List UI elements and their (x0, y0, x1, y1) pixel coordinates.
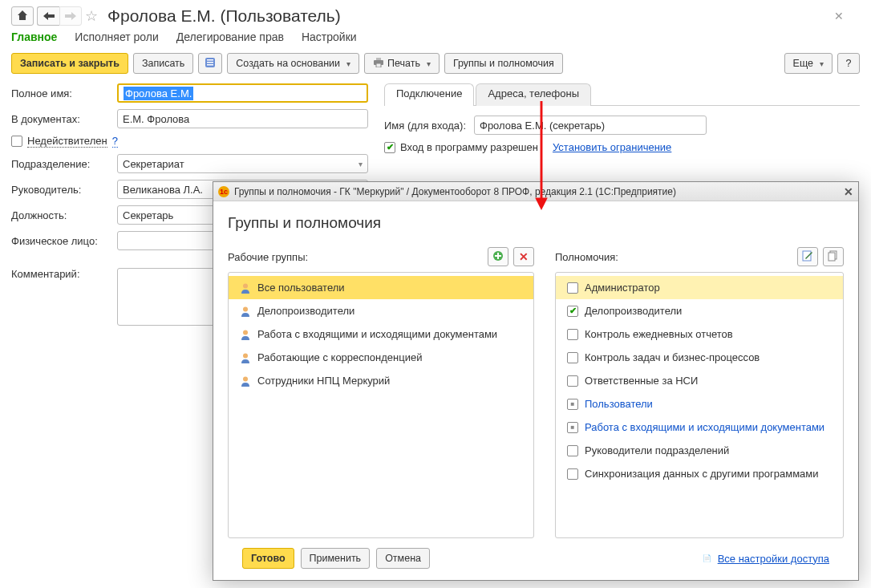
more-button[interactable]: Еще (784, 53, 833, 74)
full-name-input[interactable]: Фролова Е.М. (117, 83, 368, 103)
apply-button[interactable]: Применить (301, 548, 371, 569)
x-icon: ✕ (519, 250, 529, 263)
svg-rect-1 (207, 59, 213, 61)
dialog-close-button[interactable]: ✕ (844, 185, 853, 198)
group-label: Делопроизводители (257, 305, 354, 317)
full-name-value: Фролова Е.М. (124, 87, 193, 100)
add-group-button[interactable] (488, 247, 508, 266)
group-item[interactable]: Работающие с корреспонденцией (229, 346, 533, 369)
back-button[interactable] (37, 6, 59, 26)
comment-label: Комментарий: (11, 268, 117, 280)
permissions-label: Полномочия: (555, 251, 618, 263)
user-icon (240, 375, 251, 387)
permission-checkbox[interactable] (567, 329, 578, 340)
permission-checkbox[interactable] (567, 468, 578, 480)
plus-icon (492, 250, 504, 264)
cancel-button[interactable]: Отмена (376, 548, 430, 569)
delete-group-button[interactable]: ✕ (513, 247, 534, 266)
groups-label: Рабочие группы: (228, 251, 308, 263)
group-item[interactable]: Делопроизводители (229, 299, 533, 322)
department-label: Подразделение: (11, 158, 117, 170)
forward-button[interactable] (59, 6, 82, 26)
permission-checkbox[interactable] (567, 375, 578, 387)
save-close-button[interactable]: Записать и закрыть (11, 53, 128, 74)
svg-point-12 (243, 330, 248, 335)
group-item[interactable]: Работа с входящими и исходящими документ… (229, 322, 533, 346)
invalid-help[interactable]: ? (112, 135, 118, 148)
permission-checkbox[interactable] (567, 282, 578, 294)
manager-value: Великанова Л.А. (123, 184, 203, 196)
home-button[interactable] (11, 6, 34, 26)
permission-label: Администратор (585, 282, 660, 294)
permission-item[interactable]: Контроль задач и бизнес-процессов (556, 346, 843, 369)
group-label: Работающие с корреспонденцией (257, 351, 422, 363)
allow-login-label: Вход в программу разрешен (400, 141, 538, 153)
svg-rect-9 (495, 255, 501, 257)
list-icon (205, 57, 216, 71)
permission-item[interactable]: Администратор (556, 276, 843, 299)
tab-roles[interactable]: Исполняет роли (75, 30, 158, 43)
in-docs-label: В документах: (11, 113, 117, 125)
tab-settings[interactable]: Настройки (302, 30, 357, 43)
in-docs-input[interactable]: Е.М. Фролова (117, 109, 368, 128)
ready-button[interactable]: Готово (242, 548, 294, 569)
invalid-checkbox[interactable] (11, 136, 22, 147)
list-button[interactable] (198, 53, 222, 74)
permission-item[interactable]: Работа с входящими и исходящими документ… (556, 416, 843, 439)
group-label: Сотрудники НПЦ Меркурий (257, 375, 390, 387)
permission-checkbox[interactable] (567, 306, 578, 317)
login-label: Имя (для входа): (384, 120, 474, 132)
allow-login-checkbox[interactable] (384, 142, 395, 153)
tab-connection[interactable]: Подключение (384, 83, 474, 106)
svg-point-11 (243, 306, 248, 311)
department-value: Секретариат (123, 158, 184, 170)
tab-main[interactable]: Главное (11, 30, 57, 43)
permission-checkbox[interactable] (567, 422, 578, 433)
set-restriction-link[interactable]: Установить ограничение (553, 141, 671, 153)
subnav: Главное Исполняет роли Делегирование пра… (0, 29, 871, 50)
permission-item[interactable]: Пользователи (556, 392, 843, 416)
login-value: Фролова Е.М. (секретарь) (480, 120, 605, 132)
groups-permissions-dialog: 1c Группы и полномочия - ГК "Меркурий" /… (213, 181, 859, 581)
print-button[interactable]: Печать (364, 53, 440, 74)
position-value: Секретарь (123, 209, 173, 221)
tab-delegation[interactable]: Делегирование прав (176, 30, 284, 43)
permission-item[interactable]: Синхронизация данных с другими программа… (556, 462, 843, 485)
group-item[interactable]: Все пользователи (229, 276, 533, 299)
department-input[interactable]: Секретариат (117, 154, 368, 173)
svg-point-10 (243, 283, 248, 288)
print-label: Печать (387, 58, 420, 69)
home-icon (17, 10, 28, 23)
close-button[interactable]: ✕ (834, 10, 860, 22)
login-input[interactable]: Фролова Е.М. (секретарь) (474, 116, 707, 135)
tab-contacts[interactable]: Адреса, телефоны (476, 83, 591, 106)
permission-checkbox[interactable] (567, 352, 578, 363)
copy-permission-button[interactable] (823, 247, 844, 266)
user-icon (240, 282, 251, 294)
permission-item[interactable]: Контроль ежедневных отчетов (556, 322, 843, 346)
person-label: Физическое лицо: (11, 235, 117, 247)
svg-rect-6 (376, 63, 381, 67)
svg-rect-17 (828, 253, 835, 261)
invalid-label: Недействителен (27, 135, 107, 148)
groups-button[interactable]: Группы и полномочия (444, 53, 563, 74)
help-button[interactable]: ? (837, 53, 860, 74)
group-item[interactable]: Сотрудники НПЦ Меркурий (229, 369, 533, 392)
star-icon[interactable]: ☆ (85, 7, 98, 25)
permission-checkbox[interactable] (567, 445, 578, 456)
pencil-icon (802, 250, 813, 264)
page-title: Фролова Е.М. (Пользователь) (101, 6, 831, 26)
permission-item[interactable]: Руководители подразделений (556, 439, 843, 462)
permission-checkbox[interactable] (567, 399, 578, 410)
create-based-button[interactable]: Создать на основании (227, 53, 359, 74)
edit-permission-button[interactable] (797, 247, 818, 266)
permission-item[interactable]: Ответственные за НСИ (556, 369, 843, 392)
svg-rect-3 (207, 64, 213, 66)
permission-item[interactable]: Делопроизводители (556, 299, 843, 322)
copy-icon (828, 250, 839, 264)
permission-label: Делопроизводители (585, 305, 682, 317)
arrow-left-icon (43, 10, 55, 22)
all-access-settings-link[interactable]: Все настройки доступа (718, 553, 829, 565)
full-name-label: Полное имя: (11, 87, 117, 99)
save-button[interactable]: Записать (133, 53, 193, 74)
